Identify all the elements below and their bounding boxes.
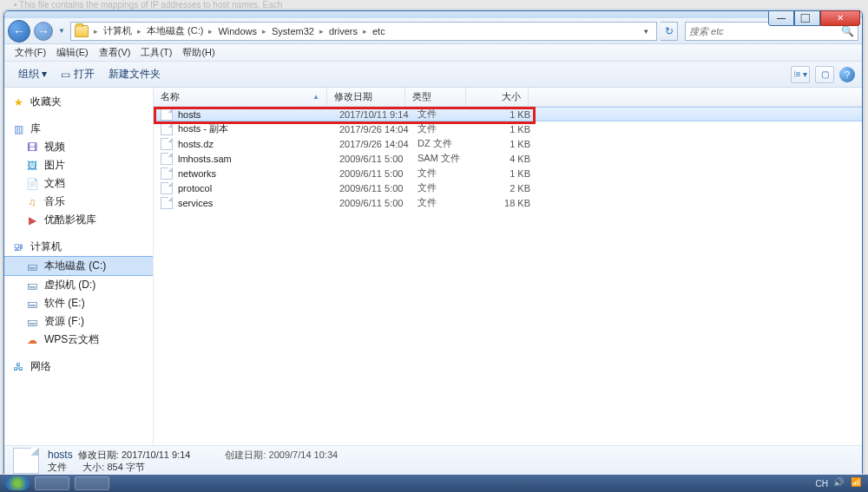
breadcrumb[interactable]: etc xyxy=(369,26,389,36)
system-tray: CH 🔊 📶 xyxy=(816,477,863,489)
file-date: 2017/10/11 9:14 xyxy=(339,109,418,120)
nav-back-button[interactable]: ← xyxy=(8,20,30,43)
file-type: 文件 xyxy=(418,108,478,121)
file-row[interactable]: networks 2009/6/11 5:00 文件 1 KB xyxy=(154,166,862,180)
sidebar-item-music[interactable]: ♫音乐 xyxy=(4,193,153,211)
sidebar-item-drive-c[interactable]: 🖴本地磁盘 (C:) xyxy=(4,256,153,276)
file-type: 文件 xyxy=(418,181,478,194)
nav-history-dropdown[interactable]: ▼ xyxy=(56,23,67,40)
address-dropdown[interactable]: ▾ xyxy=(639,27,653,36)
file-name: hosts - 副本 xyxy=(178,122,339,135)
view-options-button[interactable]: ⁝≡ ▾ xyxy=(791,66,810,83)
file-row[interactable]: lmhosts.sam 2009/6/11 5:00 SAM 文件 4 KB xyxy=(154,151,862,166)
minimize-button[interactable]: — xyxy=(768,10,794,26)
library-icon: ▥ xyxy=(11,122,25,136)
file-row[interactable]: hosts.dz 2017/9/26 14:04 DZ 文件 1 KB xyxy=(154,136,862,151)
file-icon xyxy=(13,448,39,474)
taskbar-item[interactable] xyxy=(75,476,109,490)
menu-view[interactable]: 查看(V) xyxy=(94,44,136,61)
volume-icon[interactable]: 🔊 xyxy=(833,477,845,489)
chevron-right-icon: ▸ xyxy=(361,27,369,36)
details-type: 文件 xyxy=(48,462,67,472)
details-created-label: 创建日期: xyxy=(225,449,266,460)
hdd-icon: 🖴 xyxy=(25,297,39,311)
sort-asc-icon: ▲ xyxy=(312,93,319,101)
start-button[interactable] xyxy=(5,476,30,490)
file-date: 2009/6/11 5:00 xyxy=(339,198,418,208)
hdd-icon: 🖴 xyxy=(25,315,39,329)
file-row[interactable]: services 2009/6/11 5:00 文件 18 KB xyxy=(154,195,862,210)
file-icon xyxy=(161,167,173,180)
sidebar-item-drive-e[interactable]: 🖴软件 (E:) xyxy=(4,294,153,312)
close-button[interactable]: ✕ xyxy=(820,10,860,26)
organize-button[interactable]: 组织 ▾ xyxy=(11,64,54,84)
nav-forward-button[interactable]: → xyxy=(34,22,53,41)
search-input[interactable] xyxy=(689,26,841,36)
document-icon: 📄 xyxy=(25,177,39,191)
chevron-right-icon: ▸ xyxy=(318,27,326,36)
breadcrumb[interactable]: 本地磁盘 (C:) xyxy=(143,24,207,37)
breadcrumb[interactable]: 计算机 xyxy=(100,24,135,37)
open-button[interactable]: ▭打开 xyxy=(54,64,102,84)
network-tray-icon[interactable]: 📶 xyxy=(851,477,863,489)
sidebar-favorites[interactable]: ★收藏夹 xyxy=(4,93,153,111)
file-date: 2009/6/11 5:00 xyxy=(339,154,418,164)
file-size: 1 KB xyxy=(478,139,530,149)
file-icon xyxy=(161,138,173,150)
column-name[interactable]: 名称▲ xyxy=(154,88,327,106)
file-date: 2017/9/26 14:04 xyxy=(339,124,418,134)
maximize-button[interactable]: ⃞ xyxy=(794,10,820,26)
file-row[interactable]: hosts - 副本 2017/9/26 14:04 文件 1 KB xyxy=(154,121,862,136)
breadcrumb[interactable]: System32 xyxy=(268,26,318,36)
sidebar-item-video[interactable]: 🎞视频 xyxy=(4,138,153,156)
sidebar-libraries[interactable]: ▥库 xyxy=(4,120,153,138)
menu-help[interactable]: 帮助(H) xyxy=(177,44,220,61)
sidebar-item-pictures[interactable]: 🖼图片 xyxy=(4,156,153,174)
file-row[interactable]: hosts 2017/10/11 9:14 文件 1 KB xyxy=(154,107,862,121)
file-icon xyxy=(161,153,173,165)
titlebar[interactable]: — ⃞ ✕ xyxy=(4,11,862,18)
menubar: 文件(F) 编辑(E) 查看(V) 工具(T) 帮助(H) xyxy=(4,44,862,62)
sidebar-item-youku[interactable]: ▶优酷影视库 xyxy=(4,211,153,229)
explorer-window: — ⃞ ✕ ← → ▼ ▸ 计算机 ▸ 本地磁盘 (C:) ▸ Windows … xyxy=(3,10,863,474)
address-bar[interactable]: ▸ 计算机 ▸ 本地磁盘 (C:) ▸ Windows ▸ System32 ▸… xyxy=(70,22,657,41)
file-size: 4 KB xyxy=(478,154,530,164)
file-name: hosts xyxy=(178,109,339,120)
file-size: 2 KB xyxy=(478,183,530,194)
ime-indicator[interactable]: CH xyxy=(816,479,828,489)
help-button[interactable]: ? xyxy=(839,67,855,82)
breadcrumb[interactable]: Windows xyxy=(214,26,260,36)
menu-edit[interactable]: 编辑(E) xyxy=(51,44,94,61)
file-type: 文件 xyxy=(418,167,478,180)
sidebar-item-documents[interactable]: 📄文档 xyxy=(4,174,153,193)
sidebar-network[interactable]: 🖧网络 xyxy=(4,358,153,376)
column-size[interactable]: 大小 xyxy=(466,88,529,106)
file-row[interactable]: protocol 2009/6/11 5:00 文件 2 KB xyxy=(154,180,862,195)
network-icon: 🖧 xyxy=(11,360,25,374)
column-type[interactable]: 类型 xyxy=(405,88,466,106)
menu-file[interactable]: 文件(F) xyxy=(10,44,51,61)
column-date[interactable]: 修改日期 xyxy=(327,88,405,106)
sidebar-computer[interactable]: 🖳计算机 xyxy=(4,238,153,256)
file-name: networks xyxy=(178,168,339,179)
file-name: protocol xyxy=(178,183,339,194)
folder-icon xyxy=(75,25,89,37)
toolbar: 组织 ▾ ▭打开 新建文件夹 ⁝≡ ▾ ▢ ? xyxy=(4,62,862,88)
menu-tools[interactable]: 工具(T) xyxy=(135,44,177,61)
file-type: DZ 文件 xyxy=(418,137,478,150)
breadcrumb[interactable]: drivers xyxy=(326,26,361,36)
file-date: 2017/9/26 14:04 xyxy=(339,139,418,149)
search-icon[interactable]: 🔍 xyxy=(841,25,854,37)
details-mod-value: 2017/10/11 9:14 xyxy=(122,449,191,460)
sidebar-item-drive-d[interactable]: 🖴虚拟机 (D:) xyxy=(4,276,153,294)
new-folder-button[interactable]: 新建文件夹 xyxy=(102,64,168,84)
youku-icon: ▶ xyxy=(25,213,39,227)
sidebar-item-drive-f[interactable]: 🖴资源 (F:) xyxy=(4,312,153,331)
refresh-button[interactable]: ↻ xyxy=(661,22,678,41)
cloud-icon: ☁ xyxy=(25,333,39,347)
taskbar-item[interactable] xyxy=(35,476,69,490)
sidebar-item-wps-cloud[interactable]: ☁WPS云文档 xyxy=(4,331,153,349)
taskbar: CH 🔊 📶 xyxy=(0,475,868,492)
preview-pane-button[interactable]: ▢ xyxy=(815,66,834,83)
details-size-value: 854 字节 xyxy=(107,462,144,472)
